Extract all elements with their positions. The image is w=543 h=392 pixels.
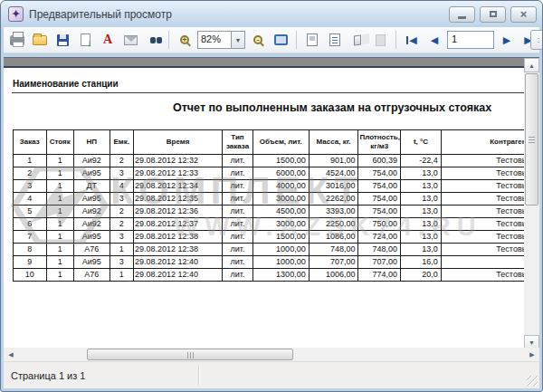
toolbar-overflow-button[interactable]: : (530, 30, 543, 50)
restore-button[interactable] (480, 6, 506, 23)
cell: Тестовый контрагент (441, 167, 524, 180)
cell: Аи95 (73, 256, 110, 269)
cell: -22,4 (401, 155, 442, 167)
next-page-button[interactable]: ▶ (497, 30, 517, 50)
chevron-down-icon[interactable]: ▼ (232, 31, 245, 49)
zoom-in-icon: + (180, 35, 189, 44)
cell: 748,00 (358, 244, 401, 256)
zoom-value[interactable]: 82% (197, 31, 232, 49)
export-button[interactable]: ↓ (75, 30, 95, 50)
close-button[interactable]: × (510, 6, 537, 23)
email-icon (124, 35, 138, 45)
zoom-out-button[interactable]: - (248, 30, 268, 50)
cell: 3393,00 (309, 206, 358, 218)
cell: 1000,00 (252, 256, 309, 269)
first-page-button[interactable]: ◀ (402, 30, 422, 50)
statusbar: Страница 1 из 1 (4, 361, 539, 388)
cell: А76 (73, 269, 110, 282)
cell: 2 (110, 218, 133, 231)
table-row: 31ДТ429.08.2012 12:34лит.4000,003016,007… (14, 180, 525, 193)
cell: 13,0 (401, 206, 442, 218)
table-row: 101А76129.08.2012 12:40лит.1300,001006,0… (14, 269, 525, 282)
column-header: Тип заказа (223, 130, 252, 155)
binoculars-icon (150, 37, 156, 43)
cell: 4 (14, 193, 47, 206)
cell: 4 (110, 180, 133, 193)
prev-page-button[interactable]: ◀ (424, 30, 444, 50)
table-row: 91Аи95329.08.2012 12:40лит.1000,00707,00… (14, 256, 525, 269)
cell: 750,00 (358, 218, 401, 231)
cell: 3016,00 (309, 180, 358, 193)
cell: 29.08.2012 12:33 (133, 167, 222, 180)
export-pdf-button[interactable]: A (98, 30, 118, 50)
fit-page-button[interactable] (271, 30, 291, 50)
toolbar-separator (395, 31, 396, 49)
cell: 1 (46, 218, 73, 231)
print-button[interactable] (7, 30, 27, 50)
cell: 1 (46, 180, 73, 193)
cell: Аи92 (73, 206, 110, 218)
cell: 2262,00 (309, 193, 358, 206)
cell: 1500,00 (252, 155, 309, 167)
cell: 7 (14, 231, 47, 244)
preview-area: Наименование станции Отчет по выполненны… (4, 57, 539, 349)
cell: 1006,00 (309, 269, 358, 282)
cell: 901,00 (309, 155, 358, 167)
horizontal-scrollbar-thumb[interactable] (87, 349, 293, 360)
scroll-up-icon[interactable]: ▲ (524, 58, 539, 72)
cell: 29.08.2012 12:37 (133, 218, 222, 231)
save-button[interactable] (52, 30, 72, 50)
cell: 3000,00 (252, 193, 309, 206)
horizontal-scrollbar[interactable]: ◀ ▶ (4, 348, 539, 361)
zoom-in-button[interactable]: + (175, 30, 195, 50)
facing-pages-button[interactable] (348, 30, 367, 50)
cell: 16,0 (401, 256, 442, 269)
titlebar[interactable]: ✦ Предварительный просмотр × (1, 1, 542, 27)
cell: лит. (223, 167, 252, 180)
cell: 13,0 (401, 218, 442, 231)
open-button[interactable] (30, 30, 50, 50)
continuous-view-button[interactable] (325, 30, 345, 50)
vertical-scrollbar-thumb[interactable] (525, 73, 538, 206)
cell: Аи92 (73, 155, 110, 167)
cell: 13,0 (401, 167, 442, 180)
app-icon: ✦ (8, 6, 24, 22)
cell: Тестовый контрагент (441, 180, 524, 193)
cell: Аи95 (73, 231, 110, 244)
restore-icon (490, 11, 497, 17)
page-number-input[interactable]: 1 (447, 31, 494, 49)
cell: Тестовый контрагент (441, 269, 524, 282)
report-table: ЗаказСтоякНПЕмк.ВремяТип заказаОбъем, ли… (13, 129, 524, 282)
cell: 13,0 (401, 231, 442, 244)
email-button[interactable] (120, 30, 140, 50)
cell: 600,39 (358, 155, 401, 167)
cell: 1 (46, 269, 73, 282)
cell: 3 (110, 231, 133, 244)
table-row: 51Аи92229.08.2012 12:36лит.4500,003393,0… (14, 206, 525, 218)
resize-grip[interactable] (527, 376, 538, 387)
cell: 1 (46, 206, 73, 218)
scroll-left-icon[interactable]: ◀ (4, 348, 18, 361)
zoom-combobox[interactable]: 82% ▼ (197, 31, 245, 49)
cell: 1 (46, 193, 73, 206)
cell: 2 (110, 155, 133, 167)
cell: 6000,00 (252, 167, 309, 180)
cell: лит. (223, 193, 252, 206)
vertical-scrollbar[interactable]: ▲ ▼ (524, 58, 539, 349)
minimize-button[interactable] (449, 6, 475, 23)
find-button[interactable] (143, 30, 163, 50)
cell: лит. (223, 218, 252, 231)
page-view-button[interactable] (302, 30, 322, 50)
first-page-icon: ◀ (406, 35, 416, 45)
column-header: t, °C (401, 130, 442, 155)
cell: 2250,00 (309, 218, 358, 231)
cell: 1300,00 (252, 269, 309, 282)
header-rule (12, 92, 524, 93)
scroll-right-icon[interactable]: ▶ (525, 348, 539, 361)
cell: А76 (73, 244, 110, 256)
column-header: Объем, лит. (252, 130, 309, 155)
column-header: Плотность, кг/м3 (358, 130, 401, 155)
cell: 1 (110, 244, 133, 256)
statusbar-divider (198, 366, 199, 385)
minimize-icon (458, 16, 466, 19)
